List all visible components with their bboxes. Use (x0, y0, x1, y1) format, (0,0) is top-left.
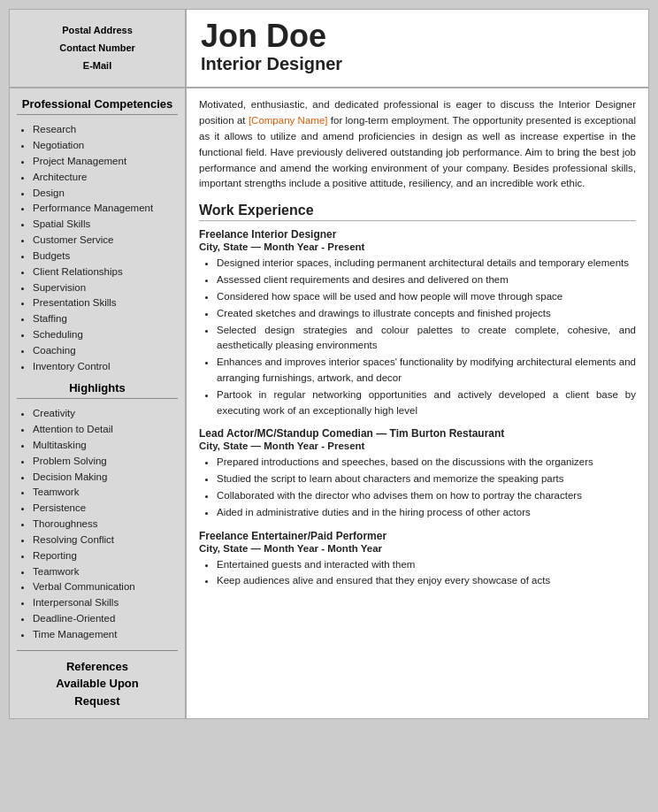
job-entry-3: Freelance Entertainer/Paid Performer Cit… (199, 530, 636, 590)
list-item: Staffing (33, 311, 178, 327)
highlights-title: Highlights (17, 381, 178, 395)
job-title-header: Interior Designer (201, 54, 634, 74)
contact-number: Contact Number (19, 40, 176, 57)
list-item: Deadline-Oriented (33, 611, 178, 627)
highlights-list: Creativity Attention to Detail Multitask… (17, 406, 178, 642)
list-item: Interpersonal Skills (33, 595, 178, 611)
list-item: Multitasking (33, 438, 178, 454)
main-content: Motivated, enthusiastic, and dedicated p… (187, 88, 648, 718)
bullet: Collaborated with the director who advis… (217, 488, 636, 504)
list-item: Supervision (33, 280, 178, 296)
bullet: Prepared introductions and speeches, bas… (217, 455, 636, 471)
job-title-1: Freelance Interior Designer (199, 228, 636, 241)
job-location-1: City, State — Month Year - Present (199, 241, 636, 252)
competencies-list: Research Negotiation Project Management … (17, 122, 178, 374)
job-title-2: Lead Actor/MC/Standup Comedian — Tim Bur… (199, 427, 636, 440)
list-item: Teamwork (33, 485, 178, 501)
competencies-title: Professional Competencies (17, 97, 178, 111)
list-item: Client Relationships (33, 264, 178, 280)
bullet: Keep audiences alive and ensured that th… (217, 573, 636, 589)
list-item: Project Management (33, 154, 178, 170)
job-bullets-2: Prepared introductions and speeches, bas… (199, 455, 636, 520)
contact-info: Postal Address Contact Number E-Mail (10, 10, 187, 87)
header: Postal Address Contact Number E-Mail Jon… (10, 10, 648, 88)
bullet: Studied the script to learn about charac… (217, 471, 636, 487)
job-entry-1: Freelance Interior Designer City, State … (199, 228, 636, 418)
job-title-3: Freelance Entertainer/Paid Performer (199, 530, 636, 542)
bullet: Assessed client requirements and desires… (217, 272, 636, 288)
work-experience-title: Work Experience (199, 203, 636, 221)
name-title-block: Jon Doe Interior Designer (187, 10, 648, 87)
sidebar: Professional Competencies Research Negot… (10, 88, 187, 718)
bullet: Enhances and improves interior spaces' f… (217, 355, 636, 387)
list-item: Teamwork (33, 564, 178, 580)
highlights-divider (17, 398, 178, 399)
list-item: Presentation Skills (33, 295, 178, 311)
bullet: Created sketches and drawings to illustr… (217, 306, 636, 322)
list-item: Thoroughness (33, 517, 178, 532)
bullet: Entertained guests and interacted with t… (217, 557, 636, 573)
list-item: Problem Solving (33, 454, 178, 470)
job-bullets-3: Entertained guests and interacted with t… (199, 557, 636, 590)
list-item: Customer Service (33, 233, 178, 249)
list-item: Performance Management (33, 201, 178, 217)
summary: Motivated, enthusiastic, and dedicated p… (199, 97, 636, 192)
list-item: Resolving Conflict (33, 532, 178, 548)
list-item: Creativity (33, 406, 178, 422)
references-divider (17, 650, 178, 651)
list-item: Time Management (33, 627, 178, 643)
email: E-Mail (19, 57, 176, 75)
resume-container: Postal Address Contact Number E-Mail Jon… (9, 9, 649, 719)
list-item: Attention to Detail (33, 422, 178, 438)
job-location-3: City, State — Month Year - Month Year (199, 543, 636, 554)
bullet: Considered how space will be used and ho… (217, 289, 636, 305)
list-item: Budgets (33, 249, 178, 264)
list-item: Spatial Skills (33, 217, 178, 233)
list-item: Architecture (33, 170, 178, 186)
company-name-placeholder: [Company Name] (249, 115, 328, 126)
body: Professional Competencies Research Negot… (10, 88, 648, 718)
list-item: Research (33, 122, 178, 138)
references: ReferencesAvailable UponRequest (17, 658, 178, 710)
job-location-2: City, State — Month Year - Present (199, 440, 636, 451)
list-item: Decision Making (33, 470, 178, 486)
list-item: Coaching (33, 343, 178, 359)
bullet: Aided in administrative duties and in th… (217, 505, 636, 521)
list-item: Design (33, 186, 178, 202)
full-name: Jon Doe (201, 19, 634, 54)
bullet: Selected design strategies and colour pa… (217, 323, 636, 355)
job-entry-2: Lead Actor/MC/Standup Comedian — Tim Bur… (199, 427, 636, 520)
bullet: Partook in regular networking opportunit… (217, 387, 636, 419)
list-item: Persistence (33, 501, 178, 517)
list-item: Negotiation (33, 138, 178, 154)
list-item: Inventory Control (33, 359, 178, 375)
job-bullets-1: Designed interior spaces, including perm… (199, 256, 636, 418)
list-item: Reporting (33, 548, 178, 564)
postal-address: Postal Address (19, 22, 176, 40)
competencies-divider (17, 114, 178, 115)
list-item: Scheduling (33, 327, 178, 343)
list-item: Verbal Communication (33, 579, 178, 595)
bullet: Designed interior spaces, including perm… (217, 256, 636, 272)
